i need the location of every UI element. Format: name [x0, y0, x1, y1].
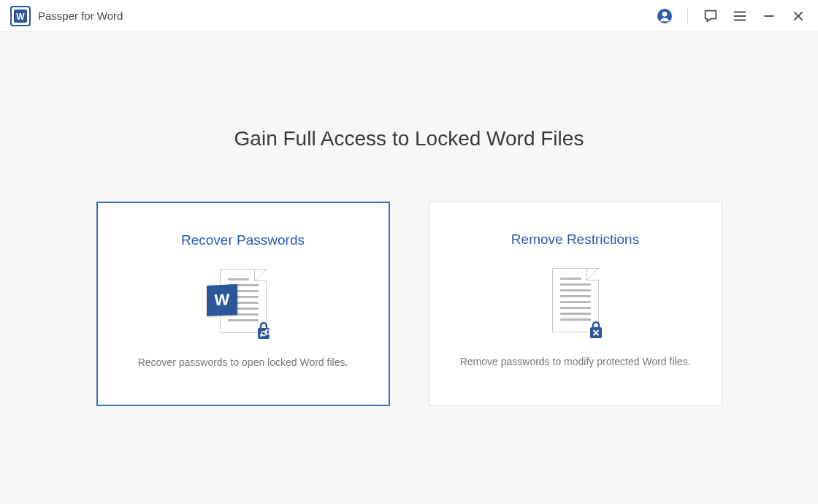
app-logo-icon: W [10, 6, 31, 26]
close-icon [791, 9, 806, 23]
account-button[interactable] [655, 7, 674, 26]
account-icon [656, 7, 673, 25]
feedback-icon [703, 8, 719, 24]
titlebar: W Passper for Word [0, 0, 818, 32]
word-badge-icon: W [207, 284, 237, 316]
feedback-button[interactable] [701, 7, 720, 26]
card-description: Remove passwords to modify protected Wor… [460, 356, 691, 367]
lock-remove-icon [586, 319, 606, 340]
menu-button[interactable] [730, 7, 749, 26]
minimize-icon [762, 9, 776, 23]
page-heading: Gain Full Access to Locked Word Files [234, 127, 584, 150]
recover-passwords-icon: W [207, 267, 280, 340]
hamburger-icon [732, 8, 748, 24]
titlebar-controls [655, 7, 808, 26]
app-title: Passper for Word [38, 9, 655, 22]
card-title: Recover Passwords [181, 232, 305, 248]
lock-refresh-icon [253, 320, 274, 340]
close-button[interactable] [789, 7, 808, 26]
card-description: Recover passwords to open locked Word fi… [138, 356, 348, 368]
svg-text:W: W [16, 12, 25, 22]
remove-restrictions-icon [539, 267, 612, 340]
option-cards: Recover Passwords W [96, 202, 722, 406]
main-content: Gain Full Access to Locked Word Files Re… [0, 32, 818, 406]
minimize-button[interactable] [760, 7, 779, 26]
titlebar-divider [687, 8, 688, 24]
card-title: Remove Restrictions [511, 232, 639, 248]
svg-point-4 [662, 11, 668, 16]
remove-restrictions-card[interactable]: Remove Restrictions [429, 202, 722, 406]
recover-passwords-card[interactable]: Recover Passwords W [96, 202, 390, 406]
